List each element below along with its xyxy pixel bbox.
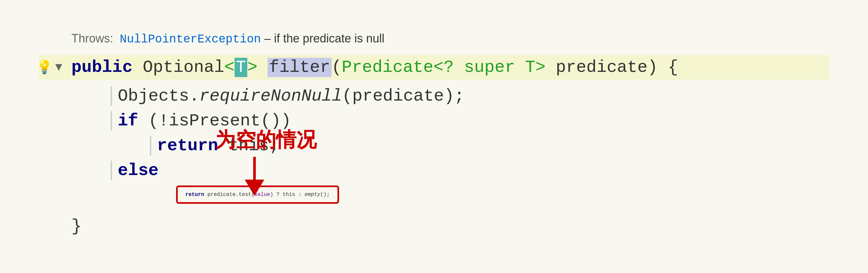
code-container: Throws: NullPointerException – if the pr… bbox=[26, 22, 842, 251]
ternary-colon: : bbox=[298, 192, 302, 198]
annotation-row: 为空的情况 bbox=[209, 126, 316, 153]
keyword-if: if bbox=[118, 111, 138, 131]
require-nonnull-code: Objects.requireNonNull(predicate); bbox=[118, 87, 465, 106]
throws-desc: – if the predicate is null bbox=[264, 32, 384, 45]
type-optional: Optional bbox=[143, 58, 224, 77]
close-paren-test: ) bbox=[270, 192, 273, 198]
bulb-icon: 💡 bbox=[36, 60, 53, 75]
gutter: 💡 ▼ bbox=[39, 60, 71, 75]
collapse-arrow: ▼ bbox=[55, 61, 62, 74]
brace-open: { bbox=[668, 58, 678, 77]
highlighted-return-box: return predicate.test(value) ? this : em… bbox=[176, 185, 339, 204]
param-predicate: predicate bbox=[556, 58, 648, 77]
keyword-return-pred: return bbox=[186, 192, 205, 198]
predicate-type: Predicate<? super T> bbox=[342, 58, 546, 77]
else-line: else bbox=[39, 161, 830, 180]
value-param: value bbox=[254, 192, 270, 198]
this-ternary: this bbox=[283, 192, 295, 198]
highlighted-return-container: return predicate.test(value) ? this : em… bbox=[104, 185, 830, 209]
empty-call: empty bbox=[305, 192, 320, 198]
paren-open: ( bbox=[332, 58, 342, 77]
if-line: if (!isPresent()) bbox=[39, 111, 830, 131]
paren-close: ) bbox=[648, 58, 658, 77]
annotation-text: 为空的情况 bbox=[215, 126, 316, 153]
method-name: filter bbox=[268, 58, 331, 77]
keyword-else: else bbox=[118, 161, 159, 180]
throws-exception: NullPointerException bbox=[120, 33, 261, 46]
throws-line: Throws: NullPointerException – if the pr… bbox=[39, 32, 830, 46]
return-this-line: return this; 为空的情况 bbox=[39, 136, 830, 156]
empty-parens: (); bbox=[320, 192, 330, 198]
angle-bracket-open: < bbox=[224, 58, 235, 77]
method-signature-line: 💡 ▼ public Optional<T> filter(Predicate<… bbox=[39, 55, 830, 80]
angle-bracket-close: > bbox=[247, 58, 257, 77]
close-brace-line: } bbox=[39, 217, 830, 236]
throws-keyword: Throws: bbox=[71, 32, 117, 45]
require-nonnull-line: Objects.requireNonNull(predicate); bbox=[39, 86, 830, 106]
generic-T: T bbox=[235, 58, 247, 77]
keyword-public: public bbox=[71, 58, 133, 77]
close-brace: } bbox=[71, 217, 82, 236]
ternary-q: ? bbox=[276, 192, 280, 198]
predicate-test-call: predicate.test( bbox=[208, 192, 254, 198]
